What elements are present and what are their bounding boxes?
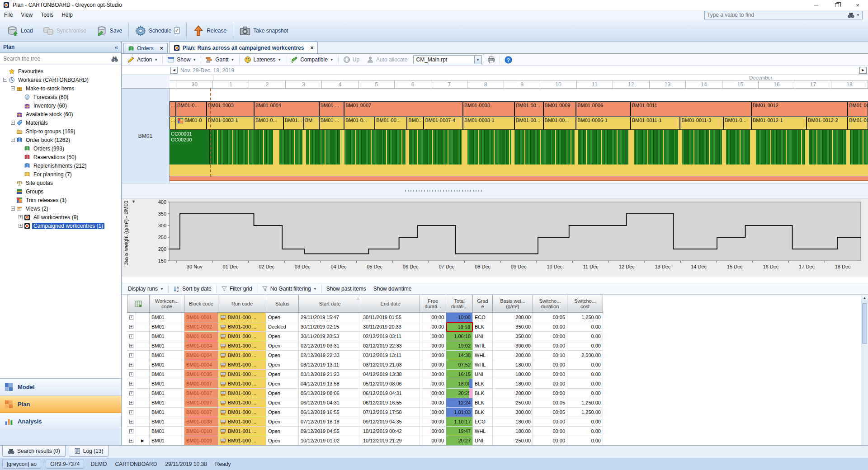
row-selector[interactable] (136, 370, 150, 379)
row-selector[interactable] (136, 332, 150, 341)
gantt-button[interactable]: Gantt▼ (202, 55, 238, 65)
tree-item-campaigned-workcentres-1[interactable]: +Campaigned workcentres (1) (0, 221, 121, 230)
gantt-block[interactable]: BM01-0... (723, 117, 751, 129)
row-selector[interactable] (136, 417, 150, 427)
column-header-basis[interactable]: Basis wei... (g/m²) (493, 295, 533, 313)
bottom-tab-log[interactable]: Log (13) (69, 446, 109, 457)
gantt-block[interactable]: BM0... (407, 117, 424, 129)
gantt-block[interactable]: BM01-0008 (463, 102, 514, 116)
gantt-block[interactable]: BM01... (283, 117, 304, 129)
gantt-block[interactable]: BM01-00... (375, 117, 407, 129)
column-header-swcost[interactable]: Switcho... cost (567, 295, 603, 313)
synchronise-button[interactable]: Synchronise (38, 23, 91, 39)
gantt-block[interactable]: BM01-0009 (543, 102, 576, 116)
row-selector[interactable] (136, 351, 150, 360)
save-button[interactable]: Save (91, 23, 127, 39)
show-downtime-button[interactable]: Show downtime (370, 284, 415, 293)
table-row[interactable]: +BM01BM01-0005BM01-000 ...Open03/12/2019… (127, 370, 603, 379)
row-selector[interactable] (136, 379, 150, 389)
tree-item-order-book-1262[interactable]: −Order book (1262) (0, 136, 121, 144)
column-header-start[interactable]: Start date△ (299, 295, 361, 313)
gantt-block[interactable]: BM01-0006 (576, 102, 631, 116)
row-selector[interactable] (136, 408, 150, 417)
gantt-block[interactable]: BM01-0 (176, 117, 207, 129)
no-gantt-filtering-button[interactable]: No Gantt filtering▼ (258, 284, 321, 293)
tree-expander[interactable]: + (11, 121, 15, 125)
gantt-block[interactable]: ... (170, 102, 176, 116)
chevron-down-icon[interactable]: ▼ (856, 13, 860, 17)
gantt-block[interactable]: BM01-0007-4 (424, 117, 463, 129)
gantt-block[interactable]: BM01-00... (514, 117, 543, 129)
take-snapshot-button[interactable]: Take snapshot (235, 23, 293, 39)
scroll-right-button[interactable]: ► (859, 67, 867, 74)
load-button[interactable]: Load (2, 23, 38, 39)
gantt-block[interactable]: BM01-0003-1 (207, 117, 254, 129)
tree-item-trim-releases-1[interactable]: Trim releases (1) (0, 196, 121, 204)
row-selector[interactable] (136, 427, 150, 436)
table-row[interactable]: +BM01BM01-0008BM01-000 ...Open07/12/2019… (127, 417, 603, 427)
column-header-grade[interactable]: Grad e (473, 295, 493, 313)
tree-item-available-stock-60[interactable]: Available stock (60) (0, 110, 121, 118)
tree-item-make-to-stock-items[interactable]: −Make-to-stock items (0, 84, 121, 93)
gantt-block[interactable]: BM01-00... (543, 117, 576, 129)
schedule-checkbox[interactable]: ✓ (174, 28, 180, 33)
tree-item-inventory-60[interactable]: Inventory (60) (0, 101, 121, 110)
row-selector[interactable] (136, 389, 150, 398)
gantt-block[interactable]: BM01-00... (848, 102, 868, 116)
gantt-block[interactable]: BM01-0003 (207, 102, 254, 116)
binoculars-icon[interactable] (111, 56, 118, 62)
tree-item-site-quotas[interactable]: Site quotas (0, 179, 121, 187)
grid-scrollbar[interactable]: ▲ (861, 295, 868, 445)
compatible-button[interactable]: Compatible▼ (287, 55, 337, 65)
gantt-block[interactable]: BM01-0007 (344, 102, 463, 116)
row-expand-button[interactable]: + (127, 427, 136, 436)
up-button[interactable]: Up (340, 55, 363, 65)
gantt-row-label[interactable]: BM01 (122, 89, 170, 183)
column-header-total[interactable]: Total durati... (446, 295, 473, 313)
close-button[interactable]: × (847, 0, 868, 10)
gantt-block[interactable]: BM01-0006-1 (576, 117, 631, 129)
gantt-block[interactable]: BM01-0... (254, 117, 283, 129)
table-row[interactable]: +BM01BM01-0007BM01-000 ...Open04/12/2019… (127, 379, 603, 389)
lateness-button[interactable]: Lateness▼ (241, 55, 285, 65)
bottom-tab-search[interactable]: Search results (0) (2, 446, 66, 457)
gantt-block[interactable]: BM01-0004 (254, 102, 319, 116)
menu-view[interactable]: View (17, 10, 37, 19)
nav-plan[interactable]: Plan (0, 396, 121, 413)
find-input[interactable] (707, 12, 846, 18)
run-bars[interactable] (210, 130, 868, 164)
scroll-up-icon[interactable]: ▲ (861, 295, 868, 302)
row-expand-button[interactable]: + (127, 351, 136, 360)
close-tab-icon[interactable]: × (310, 45, 313, 51)
table-row[interactable]: +BM01BM01-0004BM01-000 ...Open02/12/2019… (127, 351, 603, 360)
close-tab-icon[interactable]: × (160, 45, 163, 52)
release-button[interactable]: Release (188, 23, 231, 39)
tree-item-materials[interactable]: +Materials (0, 118, 121, 127)
splitter[interactable] (122, 183, 868, 198)
display-runs-button[interactable]: Display runs▼ (124, 284, 167, 293)
row-selector[interactable] (136, 313, 150, 322)
show-past-items-button[interactable]: Show past items (323, 284, 370, 293)
table-row[interactable]: +▶BM01BM01-0009BM01-000 ...Open10/12/201… (127, 436, 603, 445)
gantt-block[interactable]: BM01-0011-3 (680, 117, 723, 129)
table-row[interactable]: +BM01BM01-0007BM01-000 ...Open06/12/2019… (127, 398, 603, 408)
gantt-block[interactable]: BM01-0011 (631, 102, 751, 116)
menu-file[interactable]: File (0, 10, 17, 19)
row-selector[interactable] (136, 360, 150, 370)
row-expand-button[interactable]: + (127, 436, 136, 445)
row-expand-button[interactable]: + (127, 389, 136, 398)
row-selector[interactable]: ▶ (136, 436, 150, 445)
schedule-button[interactable]: Schedule✓ (130, 23, 185, 39)
print-button[interactable] (484, 55, 499, 65)
gantt-block[interactable]: BM01-... (319, 117, 344, 129)
tree-expander[interactable]: − (11, 86, 15, 90)
tree-item-forecasts-60[interactable]: Forecasts (60) (0, 93, 121, 101)
gantt-block[interactable]: ... (170, 117, 176, 129)
row-expand-button[interactable]: + (127, 398, 136, 408)
column-header-workcentre[interactable]: Workcen... code (150, 295, 184, 313)
column-header-run[interactable]: Run code (218, 295, 266, 313)
select-all-header[interactable] (127, 295, 150, 313)
row-selector[interactable] (136, 398, 150, 408)
collapse-sidebar-button[interactable]: « (115, 44, 118, 51)
minimize-button[interactable] (806, 0, 826, 10)
